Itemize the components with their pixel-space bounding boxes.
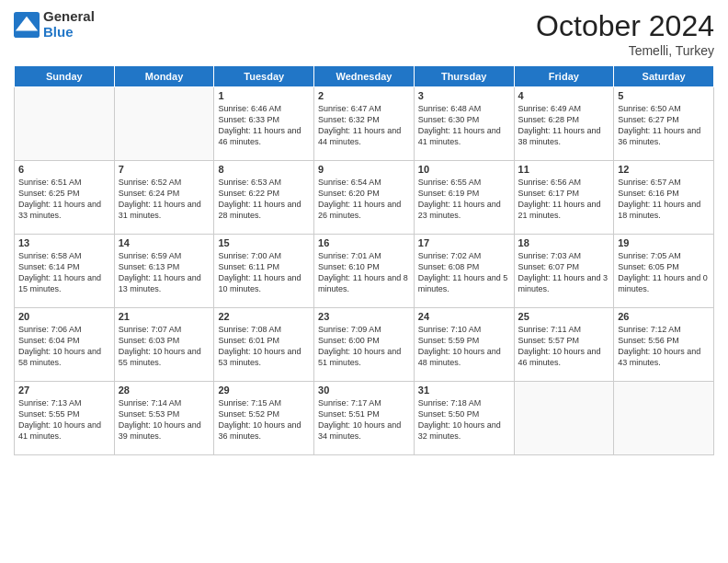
page: General Blue October 2024 Temelli, Turke… — [0, 0, 728, 563]
daylight-label: Daylight: 11 hours and 23 minutes. — [418, 200, 501, 220]
sunset-label: Sunset: 5:55 PM — [18, 409, 80, 419]
day-info: Sunrise: 6:50 AMSunset: 6:27 PMDaylight:… — [618, 103, 710, 148]
calendar-cell: 29Sunrise: 7:15 AMSunset: 5:52 PMDayligh… — [214, 382, 314, 455]
day-number: 4 — [518, 90, 610, 101]
sunset-label: Sunset: 6:24 PM — [119, 189, 180, 198]
day-number: 6 — [18, 164, 110, 175]
day-number: 9 — [318, 164, 410, 175]
sunset-label: Sunset: 6:22 PM — [218, 189, 279, 198]
sunrise-label: Sunrise: 7:17 AM — [318, 398, 381, 408]
day-number: 3 — [418, 90, 510, 101]
calendar-cell — [114, 87, 214, 161]
day-number: 17 — [418, 237, 510, 248]
day-number: 23 — [318, 311, 410, 322]
sunrise-label: Sunrise: 7:02 AM — [418, 251, 482, 260]
calendar-cell: 10Sunrise: 6:55 AMSunset: 6:19 PMDayligh… — [414, 161, 514, 235]
calendar-cell: 12Sunrise: 6:57 AMSunset: 6:16 PMDayligh… — [614, 161, 714, 235]
sunset-label: Sunset: 6:01 PM — [218, 336, 279, 345]
calendar-cell — [514, 382, 614, 455]
day-number: 26 — [618, 311, 710, 322]
sunset-label: Sunset: 6:20 PM — [318, 189, 380, 198]
day-number: 14 — [119, 237, 210, 248]
daylight-label: Daylight: 11 hours and 46 minutes. — [218, 126, 301, 146]
calendar-cell: 11Sunrise: 6:56 AMSunset: 6:17 PMDayligh… — [514, 161, 614, 235]
day-number: 27 — [18, 385, 110, 396]
subtitle: Temelli, Turkey — [536, 43, 714, 58]
day-info: Sunrise: 6:46 AMSunset: 6:33 PMDaylight:… — [218, 103, 310, 148]
daylight-label: Daylight: 10 hours and 34 minutes. — [318, 420, 401, 441]
logo-icon — [14, 12, 40, 38]
daylight-label: Daylight: 11 hours and 31 minutes. — [119, 200, 201, 220]
daylight-label: Daylight: 11 hours and 36 minutes. — [618, 126, 700, 146]
calendar-cell: 19Sunrise: 7:05 AMSunset: 6:05 PMDayligh… — [614, 235, 714, 308]
day-number: 13 — [18, 237, 110, 248]
sunset-label: Sunset: 6:14 PM — [18, 262, 80, 271]
day-info: Sunrise: 7:15 AMSunset: 5:52 PMDaylight:… — [218, 397, 310, 442]
calendar-cell: 16Sunrise: 7:01 AMSunset: 6:10 PMDayligh… — [314, 235, 415, 308]
day-info: Sunrise: 6:59 AMSunset: 6:13 PMDaylight:… — [119, 250, 210, 295]
daylight-label: Daylight: 11 hours and 28 minutes. — [218, 200, 301, 220]
weekday-header-saturday: Saturday — [614, 66, 714, 87]
calendar-week-5: 27Sunrise: 7:13 AMSunset: 5:55 PMDayligh… — [15, 382, 714, 455]
calendar-cell: 25Sunrise: 7:11 AMSunset: 5:57 PMDayligh… — [514, 308, 614, 382]
day-info: Sunrise: 7:07 AMSunset: 6:03 PMDaylight:… — [119, 324, 210, 369]
sunset-label: Sunset: 6:28 PM — [518, 115, 580, 124]
sunrise-label: Sunrise: 6:51 AM — [18, 178, 82, 187]
day-info: Sunrise: 6:53 AMSunset: 6:22 PMDaylight:… — [218, 177, 310, 222]
day-info: Sunrise: 7:18 AMSunset: 5:50 PMDaylight:… — [418, 397, 510, 442]
daylight-label: Daylight: 11 hours and 0 minutes. — [618, 273, 708, 293]
sunset-label: Sunset: 5:57 PM — [518, 336, 580, 345]
daylight-label: Daylight: 11 hours and 41 minutes. — [418, 126, 501, 146]
calendar-cell: 18Sunrise: 7:03 AMSunset: 6:07 PMDayligh… — [514, 235, 614, 308]
calendar-week-1: 1Sunrise: 6:46 AMSunset: 6:33 PMDaylight… — [15, 87, 714, 161]
calendar-cell: 1Sunrise: 6:46 AMSunset: 6:33 PMDaylight… — [214, 87, 314, 161]
day-info: Sunrise: 7:10 AMSunset: 5:59 PMDaylight:… — [418, 324, 510, 369]
sunrise-label: Sunrise: 6:50 AM — [618, 104, 681, 113]
calendar-cell: 6Sunrise: 6:51 AMSunset: 6:25 PMDaylight… — [15, 161, 115, 235]
daylight-label: Daylight: 11 hours and 18 minutes. — [618, 200, 700, 220]
sunset-label: Sunset: 6:33 PM — [218, 115, 279, 124]
calendar-cell: 3Sunrise: 6:48 AMSunset: 6:30 PMDaylight… — [414, 87, 514, 161]
sunrise-label: Sunrise: 6:54 AM — [318, 178, 381, 187]
sunset-label: Sunset: 6:08 PM — [418, 262, 480, 271]
sunrise-label: Sunrise: 7:18 AM — [418, 398, 482, 408]
sunrise-label: Sunrise: 7:10 AM — [418, 325, 482, 334]
header: General Blue October 2024 Temelli, Turke… — [14, 9, 714, 58]
day-info: Sunrise: 6:55 AMSunset: 6:19 PMDaylight:… — [418, 177, 510, 222]
sunrise-label: Sunrise: 6:46 AM — [218, 104, 281, 113]
day-info: Sunrise: 7:06 AMSunset: 6:04 PMDaylight:… — [18, 324, 110, 369]
weekday-header-friday: Friday — [514, 66, 614, 87]
day-number: 5 — [618, 90, 710, 101]
calendar: SundayMondayTuesdayWednesdayThursdayFrid… — [14, 65, 714, 455]
day-info: Sunrise: 7:03 AMSunset: 6:07 PMDaylight:… — [518, 250, 610, 295]
calendar-cell: 17Sunrise: 7:02 AMSunset: 6:08 PMDayligh… — [414, 235, 514, 308]
day-number: 16 — [318, 237, 410, 248]
sunset-label: Sunset: 6:17 PM — [518, 189, 580, 198]
sunrise-label: Sunrise: 6:59 AM — [119, 251, 182, 260]
sunrise-label: Sunrise: 6:55 AM — [418, 178, 482, 187]
daylight-label: Daylight: 10 hours and 32 minutes. — [418, 420, 501, 441]
sunset-label: Sunset: 6:04 PM — [18, 336, 80, 345]
sunset-label: Sunset: 6:19 PM — [418, 189, 480, 198]
calendar-cell: 26Sunrise: 7:12 AMSunset: 5:56 PMDayligh… — [614, 308, 714, 382]
day-number: 24 — [418, 311, 510, 322]
logo-general: General — [43, 9, 95, 25]
weekday-header-wednesday: Wednesday — [314, 66, 415, 87]
sunrise-label: Sunrise: 7:14 AM — [119, 398, 182, 408]
weekday-header-sunday: Sunday — [15, 66, 115, 87]
day-info: Sunrise: 7:08 AMSunset: 6:01 PMDaylight:… — [218, 324, 310, 369]
day-info: Sunrise: 6:56 AMSunset: 6:17 PMDaylight:… — [518, 177, 610, 222]
day-number: 25 — [518, 311, 610, 322]
daylight-label: Daylight: 11 hours and 10 minutes. — [218, 273, 301, 293]
sunrise-label: Sunrise: 7:05 AM — [618, 251, 681, 260]
sunset-label: Sunset: 6:11 PM — [218, 262, 279, 271]
day-number: 1 — [218, 90, 310, 101]
calendar-cell: 9Sunrise: 6:54 AMSunset: 6:20 PMDaylight… — [314, 161, 415, 235]
sunrise-label: Sunrise: 6:49 AM — [518, 104, 582, 113]
weekday-header-row: SundayMondayTuesdayWednesdayThursdayFrid… — [15, 66, 714, 87]
calendar-cell: 2Sunrise: 6:47 AMSunset: 6:32 PMDaylight… — [314, 87, 415, 161]
sunrise-label: Sunrise: 6:56 AM — [518, 178, 582, 187]
sunrise-label: Sunrise: 7:11 AM — [518, 325, 582, 334]
sunset-label: Sunset: 6:30 PM — [418, 115, 480, 124]
weekday-header-tuesday: Tuesday — [214, 66, 314, 87]
